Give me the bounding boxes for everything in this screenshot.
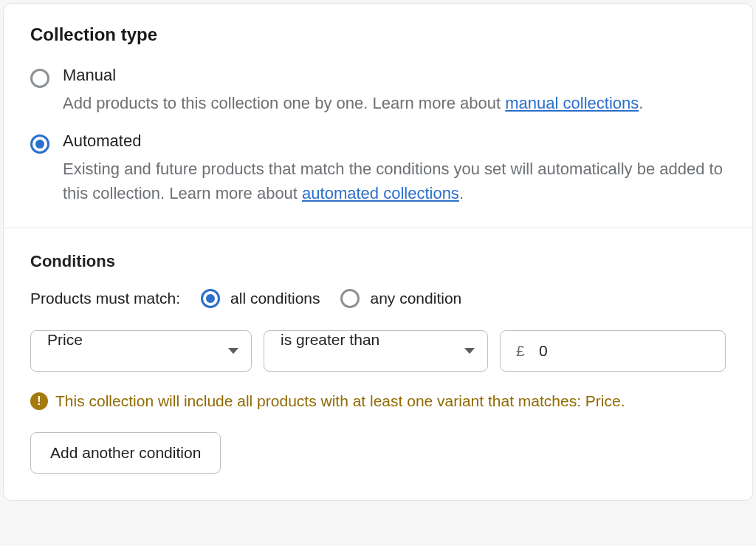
radio-icon [30, 69, 49, 88]
radio-icon [340, 289, 360, 308]
match-any-label: any condition [370, 290, 461, 307]
warning-text: This collection will include all product… [55, 392, 625, 410]
operator-select[interactable]: is greater than [264, 330, 488, 372]
collection-settings-card: Collection type Manual Add products to t… [3, 3, 753, 501]
description-prefix: Add products to this collection one by o… [63, 94, 505, 112]
warning-row: ! This collection will include all produ… [30, 392, 726, 410]
value-input-wrapper: £ [500, 330, 726, 372]
condition-row: Price is greater than £ [30, 330, 726, 372]
description-suffix: . [459, 184, 464, 202]
manual-collections-link[interactable]: manual collections [505, 94, 639, 112]
currency-prefix: £ [516, 342, 525, 360]
radio-description: Add products to this collection one by o… [63, 91, 726, 115]
radio-label: Automated [63, 132, 726, 151]
add-condition-button[interactable]: Add another condition [30, 432, 221, 474]
field-select[interactable]: Price [30, 330, 252, 372]
warning-icon: ! [30, 392, 48, 410]
collection-type-section: Collection type Manual Add products to t… [4, 4, 752, 228]
radio-icon [30, 134, 49, 154]
field-select-wrapper: Price [30, 330, 252, 372]
automated-collections-link[interactable]: automated collections [302, 184, 459, 202]
radio-label: Manual [63, 66, 726, 85]
conditions-section: Conditions Products must match: all cond… [4, 228, 752, 500]
match-all-label: all conditions [230, 290, 320, 307]
description-suffix: . [639, 94, 643, 112]
radio-description: Existing and future products that match … [63, 157, 726, 205]
match-criteria-row: Products must match: all conditions any … [30, 289, 726, 308]
collection-type-automated-option[interactable]: Automated Existing and future products t… [30, 132, 726, 205]
collection-type-title: Collection type [30, 24, 726, 45]
value-input[interactable] [500, 330, 726, 372]
radio-content: Manual Add products to this collection o… [63, 66, 726, 115]
radio-content: Automated Existing and future products t… [63, 132, 726, 205]
operator-select-wrapper: is greater than [264, 330, 488, 372]
conditions-title: Conditions [30, 252, 726, 271]
match-any-option[interactable]: any condition [340, 289, 461, 308]
collection-type-manual-option[interactable]: Manual Add products to this collection o… [30, 66, 726, 115]
radio-icon [201, 289, 220, 308]
match-label: Products must match: [30, 290, 180, 307]
match-all-option[interactable]: all conditions [201, 289, 320, 308]
